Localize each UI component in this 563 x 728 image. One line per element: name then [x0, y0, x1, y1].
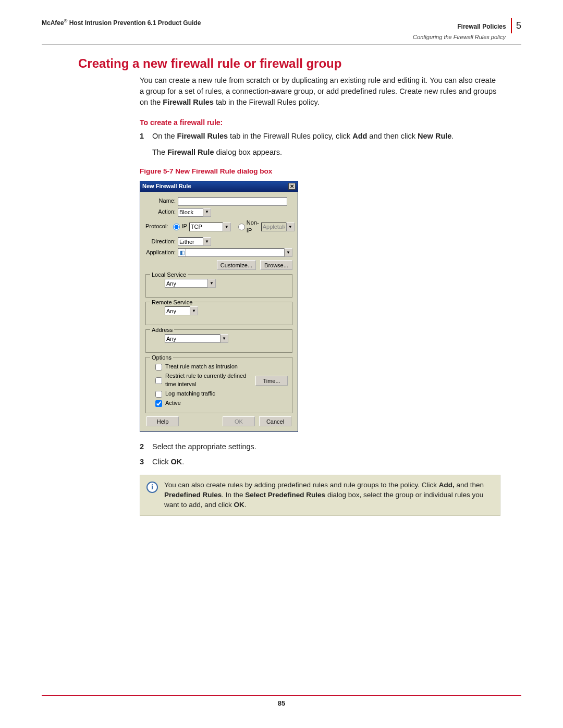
chevron-down-icon[interactable]: ▼: [223, 223, 231, 231]
figure-caption: Figure 5-7 New Firewall Rule dialog box: [140, 166, 500, 177]
ok-button[interactable]: OK: [223, 416, 255, 426]
step-number: 1: [140, 131, 147, 142]
header-right: Firewall Policies 5 Configuring the Fire…: [413, 18, 521, 41]
note-text: You can also create rules by adding pred…: [164, 480, 494, 510]
chevron-down-icon[interactable]: ▼: [190, 306, 198, 315]
options-group: Options Treat rule match as intrusion Re…: [145, 357, 292, 413]
action-combo[interactable]: ▼: [178, 208, 211, 217]
page-title: Creating a new firewall rule or firewall…: [78, 56, 521, 71]
protocol-combo[interactable]: ▼: [189, 223, 231, 231]
intrusion-label: Treat rule match as intrusion: [165, 363, 238, 371]
restrict-checkbox[interactable]: [155, 377, 162, 384]
active-label: Active: [165, 399, 181, 408]
step-number: 3: [140, 456, 147, 467]
step-number: 2: [140, 441, 147, 452]
application-icon: ◧: [178, 248, 186, 257]
nonip-combo: ▼: [261, 223, 295, 231]
step-text: Click OK.: [152, 456, 184, 467]
chevron-down-icon[interactable]: ▼: [284, 248, 292, 257]
header-divider: [42, 44, 521, 45]
log-label: Log matching traffic: [165, 390, 215, 398]
note-box: i You can also create rules by adding pr…: [140, 475, 500, 516]
active-checkbox[interactable]: [155, 400, 162, 407]
local-service-value[interactable]: [165, 279, 207, 288]
step-text: Select the appropriate settings.: [152, 441, 256, 452]
step-1: 1 On the Firewall Rules tab in the Firew…: [140, 131, 500, 142]
procedure-heading: To create a firewall rule:: [140, 117, 500, 128]
address-legend: Address: [150, 326, 174, 335]
chevron-down-icon[interactable]: ▼: [207, 279, 216, 288]
dialog-appears-text: The Firewall Rule dialog box appears.: [152, 147, 500, 158]
remote-service-group: Remote Service ▼: [145, 302, 292, 325]
chevron-down-icon[interactable]: ▼: [203, 237, 211, 246]
address-combo[interactable]: ▼: [165, 334, 228, 343]
browse-button[interactable]: Browse...: [260, 260, 292, 270]
new-firewall-rule-dialog: New Firewall Rule ✕ Name: Action: ▼ Prot…: [140, 181, 298, 433]
close-icon[interactable]: ✕: [288, 183, 296, 190]
section-name: Firewall Policies: [457, 23, 506, 30]
options-legend: Options: [150, 354, 173, 362]
protocol-label: Protocol:: [145, 223, 170, 231]
action-label: Action:: [145, 208, 178, 216]
ip-label: IP: [181, 223, 187, 231]
footer-divider: [42, 695, 521, 696]
restrict-label: Restrict rule to currently defined time …: [165, 372, 252, 389]
page-header: McAfee® Host Intrusion Prevention 6.1 Pr…: [42, 18, 521, 41]
dialog-title: New Firewall Rule: [142, 182, 191, 191]
dialog-titlebar[interactable]: New Firewall Rule ✕: [140, 181, 298, 192]
intrusion-checkbox[interactable]: [155, 364, 162, 371]
registered-mark: ®: [64, 18, 68, 23]
time-button[interactable]: Time...: [255, 376, 288, 386]
direction-label: Direction:: [145, 238, 178, 246]
action-value[interactable]: [178, 208, 203, 217]
direction-value[interactable]: [178, 237, 203, 246]
intro-paragraph: You can create a new rule from scratch o…: [140, 75, 500, 108]
application-input[interactable]: [186, 248, 284, 257]
address-group: Address ▼: [145, 329, 292, 353]
chapter-number: 5: [511, 18, 521, 33]
remote-service-legend: Remote Service: [150, 299, 194, 307]
chevron-down-icon: ▼: [286, 223, 295, 231]
ip-radio[interactable]: [173, 224, 180, 230]
chevron-down-icon[interactable]: ▼: [203, 208, 211, 217]
address-value[interactable]: [165, 334, 220, 343]
customize-button[interactable]: Customize...: [217, 260, 256, 270]
remote-service-combo[interactable]: ▼: [165, 306, 198, 315]
application-combo[interactable]: ◧ ▼: [178, 248, 292, 257]
direction-combo[interactable]: ▼: [178, 237, 211, 246]
step-2: 2 Select the appropriate settings.: [140, 441, 500, 452]
log-checkbox[interactable]: [155, 391, 162, 398]
info-icon: i: [146, 482, 158, 493]
page-footer: 85: [42, 695, 521, 707]
guide-title: Host Intrusion Prevention 6.1 Product Gu…: [69, 19, 201, 27]
name-input[interactable]: [178, 197, 287, 206]
brand: McAfee: [42, 19, 64, 27]
step-text: On the Firewall Rules tab in the Firewal…: [152, 131, 454, 142]
section-subtitle: Configuring the Firewall Rules policy: [413, 33, 506, 41]
step-3: 3 Click OK.: [140, 456, 500, 467]
chevron-down-icon[interactable]: ▼: [220, 334, 228, 343]
protocol-value[interactable]: [189, 223, 223, 231]
nonip-label: Non-IP: [247, 219, 259, 236]
name-label: Name:: [145, 197, 178, 205]
help-button[interactable]: Help: [146, 416, 179, 426]
local-service-group: Local Service ▼: [145, 274, 292, 298]
nonip-radio[interactable]: [238, 224, 245, 230]
cancel-button[interactable]: Cancel: [259, 416, 291, 426]
nonip-value: [261, 223, 286, 231]
local-service-legend: Local Service: [150, 271, 188, 279]
remote-service-value[interactable]: [165, 306, 190, 315]
header-left: McAfee® Host Intrusion Prevention 6.1 Pr…: [42, 18, 201, 27]
application-label: Application:: [145, 249, 178, 257]
page-number: 85: [42, 699, 521, 707]
local-service-combo[interactable]: ▼: [165, 279, 216, 288]
